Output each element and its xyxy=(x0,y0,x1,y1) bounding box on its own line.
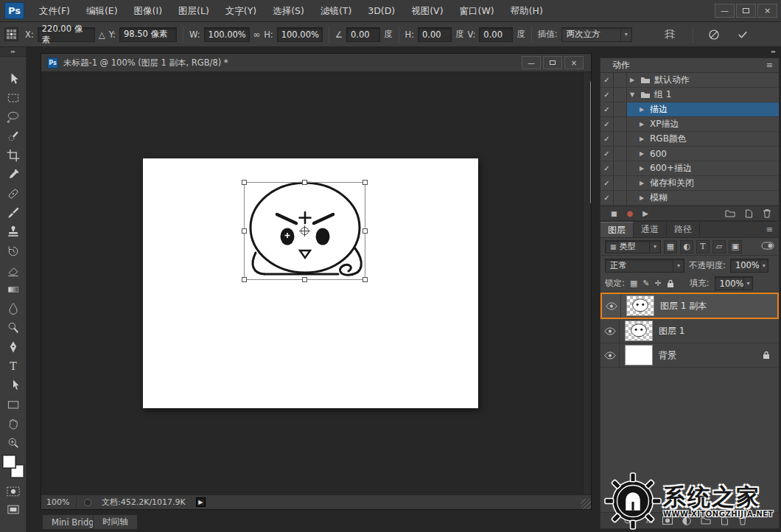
fill-dropdown[interactable]: 100% ▾ xyxy=(715,276,753,290)
action-modal-toggle[interactable] xyxy=(614,132,627,146)
relative-positioning-icon[interactable]: △ xyxy=(99,29,105,40)
rotation-field[interactable]: 0.00 xyxy=(346,27,380,42)
transform-handle-sw[interactable] xyxy=(242,277,247,282)
crop-tool[interactable] xyxy=(0,146,27,165)
new-group-icon[interactable] xyxy=(701,517,711,525)
menu-item-4[interactable]: 文字(Y) xyxy=(217,0,265,22)
scrollbar-thumb[interactable] xyxy=(590,80,591,205)
action-set[interactable]: ▶默认动作 xyxy=(627,73,779,87)
action-modal-toggle[interactable] xyxy=(614,117,627,131)
zoom-level-field[interactable]: 100% xyxy=(41,495,77,509)
spot-healing-brush-tool[interactable] xyxy=(0,184,27,203)
adjustment-layer-filter-icon[interactable]: ◐ xyxy=(680,240,693,253)
panel-menu-icon[interactable]: ≡ xyxy=(766,60,773,70)
adjustment-layer-icon[interactable] xyxy=(682,517,691,525)
action-modal-toggle[interactable] xyxy=(614,102,627,116)
reference-point-locator-icon[interactable] xyxy=(4,27,18,41)
x-position-field[interactable]: 220.00 像素 xyxy=(38,27,95,42)
filter-type-dropdown[interactable]: ▦ 类型 ▾ xyxy=(605,240,661,253)
delete-layer-icon[interactable] xyxy=(738,516,747,525)
menu-item-5[interactable]: 选择(S) xyxy=(265,0,312,22)
new-action-set-icon[interactable] xyxy=(725,209,735,217)
menu-item-8[interactable]: 视图(V) xyxy=(403,0,451,22)
commit-transform-icon[interactable] xyxy=(734,26,752,43)
layer-name[interactable]: 图层 1 副本 xyxy=(660,300,707,312)
rectangle-tool[interactable] xyxy=(0,395,27,414)
maintain-aspect-ratio-icon[interactable]: ∞ xyxy=(253,29,261,40)
expand-triangle-icon[interactable]: ▶ xyxy=(640,150,646,157)
lock-all-icon[interactable] xyxy=(667,279,674,288)
gradient-tool[interactable] xyxy=(0,280,27,299)
expand-triangle-icon[interactable]: ▶ xyxy=(640,106,646,113)
layer-name[interactable]: 背景 xyxy=(659,349,676,362)
doc-minimize-button[interactable]: — xyxy=(522,56,541,69)
delete-action-icon[interactable] xyxy=(763,209,771,218)
link-layers-icon[interactable] xyxy=(624,518,636,524)
expand-triangle-icon[interactable]: ▶ xyxy=(630,77,637,83)
expand-triangle-icon[interactable]: ▶ xyxy=(640,136,646,142)
action-check-icon[interactable]: ✓ xyxy=(600,88,614,102)
menu-item-9[interactable]: 窗口(W) xyxy=(452,0,502,22)
expand-triangle-icon[interactable]: ▶ xyxy=(640,195,646,201)
height-field[interactable]: 100.00% xyxy=(277,27,323,42)
action-check-icon[interactable]: ✓ xyxy=(600,102,614,116)
new-layer-icon[interactable] xyxy=(721,517,729,525)
action-row[interactable]: ✓▶储存和关闭 xyxy=(600,176,779,191)
eraser-tool[interactable] xyxy=(0,261,27,280)
action-item[interactable]: ▶储存和关闭 xyxy=(627,176,779,190)
transform-handle-n[interactable] xyxy=(302,180,307,185)
cancel-transform-icon[interactable] xyxy=(705,26,723,43)
action-row[interactable]: ✓▼组 1 xyxy=(600,88,779,102)
path-selection-tool[interactable] xyxy=(0,376,27,395)
y-position-field[interactable]: 98.50 像素 xyxy=(119,27,177,42)
warp-mode-toggle-icon[interactable] xyxy=(661,26,679,43)
tab-layers[interactable]: 图层 xyxy=(600,222,634,237)
layer-row[interactable]: 背景 xyxy=(600,343,779,368)
action-modal-toggle[interactable] xyxy=(614,176,627,190)
foreground-color-swatch[interactable] xyxy=(3,455,15,468)
minimize-button[interactable]: — xyxy=(715,4,735,18)
transform-handle-nw[interactable] xyxy=(242,180,247,185)
layer-visibility-eye-icon[interactable] xyxy=(600,319,620,343)
rectangular-marquee-tool[interactable] xyxy=(0,88,27,108)
layer-style-fx-icon[interactable]: fx xyxy=(645,516,653,525)
layer-thumbnail[interactable] xyxy=(625,345,653,365)
move-tool[interactable] xyxy=(0,69,27,88)
action-modal-toggle[interactable] xyxy=(614,147,627,161)
transform-handle-w[interactable] xyxy=(242,228,247,234)
h-skew-field[interactable]: 0.00 xyxy=(418,27,452,42)
expand-triangle-icon[interactable]: ▶ xyxy=(640,165,646,172)
lock-pixels-icon[interactable]: ✎ xyxy=(642,279,649,288)
clone-stamp-tool[interactable] xyxy=(0,223,27,242)
interpolation-dropdown[interactable]: 两次立方 ▾ xyxy=(561,27,632,42)
doc-close-button[interactable]: × xyxy=(564,56,584,69)
transform-handle-ne[interactable] xyxy=(363,180,368,185)
action-item[interactable]: ▶XP描边 xyxy=(627,117,779,131)
layer-name[interactable]: 图层 1 xyxy=(659,325,684,337)
action-modal-toggle[interactable] xyxy=(614,191,627,205)
type-layer-filter-icon[interactable]: T xyxy=(696,240,710,253)
opacity-dropdown[interactable]: 100% ▾ xyxy=(730,259,768,273)
action-check-icon[interactable]: ✓ xyxy=(600,117,614,131)
close-button[interactable]: × xyxy=(757,4,777,18)
menu-item-7[interactable]: 3D(D) xyxy=(360,0,403,22)
action-modal-toggle[interactable] xyxy=(614,161,627,175)
action-set[interactable]: ▼组 1 xyxy=(627,88,779,102)
blend-mode-dropdown[interactable]: 正常 ▾ xyxy=(605,259,684,273)
action-item[interactable]: ▶600 xyxy=(627,147,779,161)
menu-item-3[interactable]: 图层(L) xyxy=(170,0,217,22)
brush-tool[interactable] xyxy=(0,203,27,223)
pen-tool[interactable] xyxy=(0,337,27,357)
action-check-icon[interactable]: ✓ xyxy=(600,176,614,190)
blur-tool[interactable] xyxy=(0,299,27,318)
hand-tool[interactable] xyxy=(0,414,27,433)
toolbar-collapse-icon[interactable]: ▸▸ xyxy=(0,47,26,57)
status-menu-icon[interactable] xyxy=(84,499,91,506)
action-row[interactable]: ✓▶600 xyxy=(600,147,779,161)
transform-handle-s[interactable] xyxy=(302,277,307,282)
action-modal-toggle[interactable] xyxy=(614,88,627,102)
action-item[interactable]: ▶模糊 xyxy=(627,191,779,205)
tab-channels[interactable]: 通道 xyxy=(634,222,667,237)
expand-triangle-icon[interactable]: ▶ xyxy=(640,121,646,127)
action-modal-toggle[interactable] xyxy=(614,73,627,87)
